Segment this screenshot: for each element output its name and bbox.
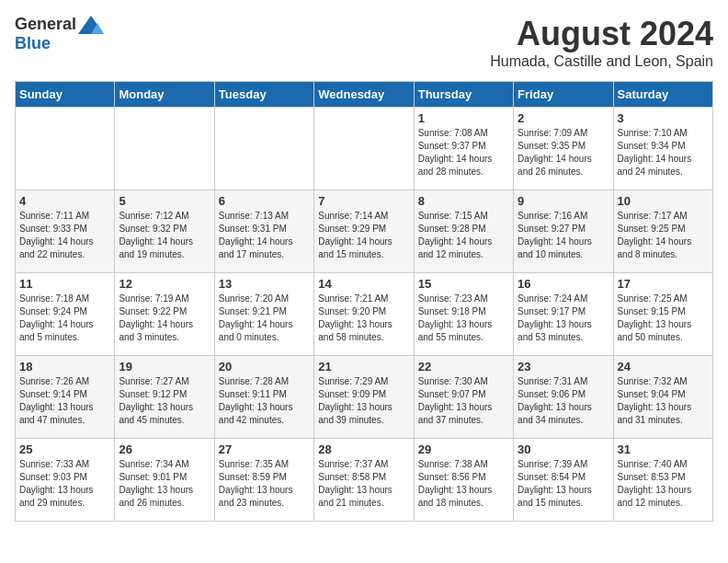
cell-4-4: 21Sunrise: 7:29 AM Sunset: 9:09 PM Dayli… [314, 356, 414, 439]
col-header-friday: Friday [514, 82, 613, 108]
cell-content: Sunrise: 7:23 AM Sunset: 9:18 PM Dayligh… [418, 293, 509, 344]
day-number: 18 [19, 360, 110, 373]
week-row-5: 25Sunrise: 7:33 AM Sunset: 9:03 PM Dayli… [16, 439, 713, 522]
col-header-saturday: Saturday [613, 82, 712, 108]
day-number: 14 [318, 277, 409, 291]
day-number: 20 [219, 360, 310, 373]
day-number: 2 [518, 111, 609, 125]
title-block: August 2024 Humada, Castille and Leon, S… [490, 15, 713, 70]
day-number: 1 [418, 111, 509, 125]
cell-1-3 [214, 108, 313, 190]
cell-5-5: 29Sunrise: 7:38 AM Sunset: 8:56 PM Dayli… [414, 439, 513, 522]
cell-content: Sunrise: 7:37 AM Sunset: 8:58 PM Dayligh… [318, 458, 409, 510]
cell-content: Sunrise: 7:34 AM Sunset: 9:01 PM Dayligh… [119, 458, 210, 510]
day-number: 11 [19, 277, 110, 291]
logo-general-text: General [15, 15, 76, 34]
cell-content: Sunrise: 7:28 AM Sunset: 9:11 PM Dayligh… [219, 375, 310, 427]
cell-4-1: 18Sunrise: 7:26 AM Sunset: 9:14 PM Dayli… [16, 356, 115, 439]
logo-icon [78, 16, 104, 34]
cell-3-6: 16Sunrise: 7:24 AM Sunset: 9:17 PM Dayli… [514, 273, 613, 356]
cell-content: Sunrise: 7:32 AM Sunset: 9:04 PM Dayligh… [618, 375, 709, 427]
cell-2-5: 8Sunrise: 7:15 AM Sunset: 9:28 PM Daylig… [414, 190, 513, 273]
cell-content: Sunrise: 7:40 AM Sunset: 8:53 PM Dayligh… [618, 458, 709, 510]
cell-1-7: 3Sunrise: 7:10 AM Sunset: 9:34 PM Daylig… [613, 108, 712, 190]
cell-2-1: 4Sunrise: 7:11 AM Sunset: 9:33 PM Daylig… [16, 190, 115, 273]
day-number: 3 [618, 111, 709, 125]
cell-content: Sunrise: 7:21 AM Sunset: 9:20 PM Dayligh… [318, 293, 409, 344]
cell-content: Sunrise: 7:39 AM Sunset: 8:54 PM Dayligh… [518, 458, 609, 510]
cell-content: Sunrise: 7:24 AM Sunset: 9:17 PM Dayligh… [518, 293, 609, 344]
day-number: 25 [19, 442, 110, 456]
day-number: 6 [219, 194, 310, 208]
cell-3-4: 14Sunrise: 7:21 AM Sunset: 9:20 PM Dayli… [314, 273, 414, 356]
calendar-body: 1Sunrise: 7:08 AM Sunset: 9:37 PM Daylig… [16, 108, 713, 522]
cell-content: Sunrise: 7:29 AM Sunset: 9:09 PM Dayligh… [318, 375, 409, 427]
day-number: 22 [418, 360, 509, 373]
cell-content: Sunrise: 7:16 AM Sunset: 9:27 PM Dayligh… [518, 210, 609, 261]
cell-2-2: 5Sunrise: 7:12 AM Sunset: 9:32 PM Daylig… [115, 190, 214, 273]
cell-3-3: 13Sunrise: 7:20 AM Sunset: 9:21 PM Dayli… [214, 273, 313, 356]
cell-content: Sunrise: 7:19 AM Sunset: 9:22 PM Dayligh… [119, 293, 210, 344]
day-number: 9 [518, 194, 609, 208]
day-number: 30 [518, 442, 609, 456]
cell-1-5: 1Sunrise: 7:08 AM Sunset: 9:37 PM Daylig… [414, 108, 513, 190]
cell-content: Sunrise: 7:14 AM Sunset: 9:29 PM Dayligh… [318, 210, 409, 261]
cell-content: Sunrise: 7:10 AM Sunset: 9:34 PM Dayligh… [618, 127, 709, 178]
cell-4-3: 20Sunrise: 7:28 AM Sunset: 9:11 PM Dayli… [214, 356, 313, 439]
week-row-3: 11Sunrise: 7:18 AM Sunset: 9:24 PM Dayli… [16, 273, 713, 356]
cell-4-2: 19Sunrise: 7:27 AM Sunset: 9:12 PM Dayli… [115, 356, 214, 439]
day-number: 26 [119, 442, 210, 456]
cell-2-3: 6Sunrise: 7:13 AM Sunset: 9:31 PM Daylig… [214, 190, 313, 273]
cell-content: Sunrise: 7:26 AM Sunset: 9:14 PM Dayligh… [19, 375, 110, 427]
calendar-table: SundayMondayTuesdayWednesdayThursdayFrid… [15, 81, 713, 522]
cell-1-4 [314, 108, 414, 190]
cell-content: Sunrise: 7:27 AM Sunset: 9:12 PM Dayligh… [119, 375, 210, 427]
cell-content: Sunrise: 7:11 AM Sunset: 9:33 PM Dayligh… [19, 210, 110, 261]
cell-content: Sunrise: 7:33 AM Sunset: 9:03 PM Dayligh… [19, 458, 110, 510]
cell-content: Sunrise: 7:15 AM Sunset: 9:28 PM Dayligh… [418, 210, 509, 261]
col-header-sunday: Sunday [16, 82, 115, 108]
cell-5-6: 30Sunrise: 7:39 AM Sunset: 8:54 PM Dayli… [514, 439, 613, 522]
cell-content: Sunrise: 7:17 AM Sunset: 9:25 PM Dayligh… [618, 210, 709, 261]
cell-3-7: 17Sunrise: 7:25 AM Sunset: 9:15 PM Dayli… [613, 273, 712, 356]
day-number: 24 [618, 360, 709, 373]
day-number: 23 [518, 360, 609, 373]
header-row: SundayMondayTuesdayWednesdayThursdayFrid… [16, 82, 713, 108]
cell-content: Sunrise: 7:09 AM Sunset: 9:35 PM Dayligh… [518, 127, 609, 178]
day-number: 28 [318, 442, 409, 456]
cell-2-7: 10Sunrise: 7:17 AM Sunset: 9:25 PM Dayli… [613, 190, 712, 273]
day-number: 10 [618, 194, 709, 208]
cell-content: Sunrise: 7:30 AM Sunset: 9:07 PM Dayligh… [418, 375, 509, 427]
cell-5-3: 27Sunrise: 7:35 AM Sunset: 8:59 PM Dayli… [214, 439, 313, 522]
day-number: 16 [518, 277, 609, 291]
cell-5-4: 28Sunrise: 7:37 AM Sunset: 8:58 PM Dayli… [314, 439, 414, 522]
cell-content: Sunrise: 7:13 AM Sunset: 9:31 PM Dayligh… [219, 210, 310, 261]
day-number: 29 [418, 442, 509, 456]
calendar-header: SundayMondayTuesdayWednesdayThursdayFrid… [16, 82, 713, 108]
cell-1-6: 2Sunrise: 7:09 AM Sunset: 9:35 PM Daylig… [514, 108, 613, 190]
cell-3-5: 15Sunrise: 7:23 AM Sunset: 9:18 PM Dayli… [414, 273, 513, 356]
day-number: 12 [119, 277, 210, 291]
day-number: 31 [618, 442, 709, 456]
cell-content: Sunrise: 7:18 AM Sunset: 9:24 PM Dayligh… [19, 293, 110, 344]
col-header-thursday: Thursday [414, 82, 513, 108]
logo-blue-text: Blue [15, 34, 51, 52]
page-header: General Blue August 2024 Humada, Castill… [15, 15, 713, 70]
cell-4-7: 24Sunrise: 7:32 AM Sunset: 9:04 PM Dayli… [613, 356, 712, 439]
day-number: 5 [119, 194, 210, 208]
week-row-4: 18Sunrise: 7:26 AM Sunset: 9:14 PM Dayli… [16, 356, 713, 439]
col-header-monday: Monday [115, 82, 214, 108]
cell-4-6: 23Sunrise: 7:31 AM Sunset: 9:06 PM Dayli… [514, 356, 613, 439]
day-number: 15 [418, 277, 509, 291]
day-number: 19 [119, 360, 210, 373]
day-number: 8 [418, 194, 509, 208]
cell-3-1: 11Sunrise: 7:18 AM Sunset: 9:24 PM Dayli… [16, 273, 115, 356]
cell-content: Sunrise: 7:08 AM Sunset: 9:37 PM Dayligh… [418, 127, 509, 178]
day-number: 17 [618, 277, 709, 291]
week-row-2: 4Sunrise: 7:11 AM Sunset: 9:33 PM Daylig… [16, 190, 713, 273]
cell-content: Sunrise: 7:12 AM Sunset: 9:32 PM Dayligh… [119, 210, 210, 261]
page-title: August 2024 [490, 15, 713, 53]
col-header-wednesday: Wednesday [314, 82, 414, 108]
cell-3-2: 12Sunrise: 7:19 AM Sunset: 9:22 PM Dayli… [115, 273, 214, 356]
cell-1-1 [16, 108, 115, 190]
